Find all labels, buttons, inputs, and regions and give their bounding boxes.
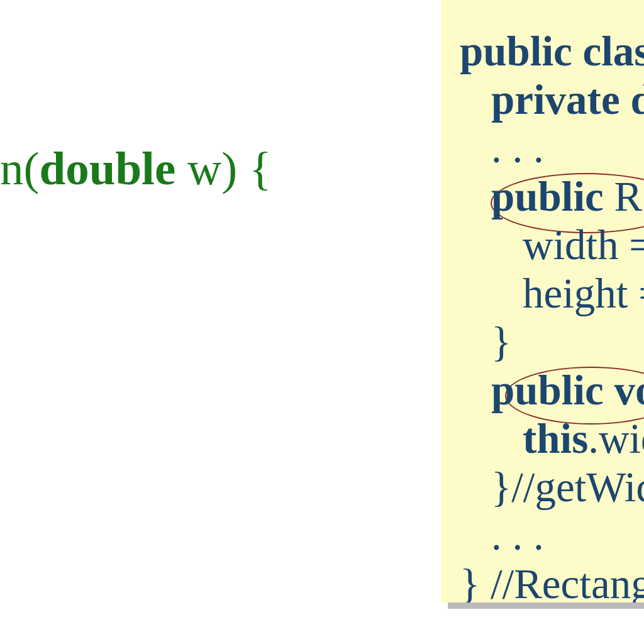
code-line: width =	[460, 221, 644, 268]
code-text: R	[604, 173, 642, 219]
code-line: }//getWid	[460, 464, 644, 510]
code-line: public vo	[491, 367, 644, 413]
code-line: . . .	[460, 512, 544, 558]
code-line: } //Rectang	[460, 560, 644, 602]
left-suffix: w) {	[175, 142, 272, 194]
left-prefix: n(	[0, 142, 39, 194]
code-line: private d	[491, 76, 644, 123]
code-line: height =	[460, 270, 644, 316]
code-panel: public clas private d . . . public R wid…	[441, 0, 644, 602]
code-line: }	[460, 318, 511, 365]
left-keyword: double	[39, 142, 175, 194]
left-code-fragment: n(double w) {	[0, 142, 272, 196]
code-line: public clas	[460, 28, 644, 74]
right-code-block: public clas private d . . . public R wid…	[460, 0, 644, 602]
code-keyword: this	[523, 415, 588, 462]
code-line: . . .	[460, 125, 544, 171]
code-text: .wid	[588, 415, 644, 462]
code-keyword: public	[491, 173, 604, 219]
